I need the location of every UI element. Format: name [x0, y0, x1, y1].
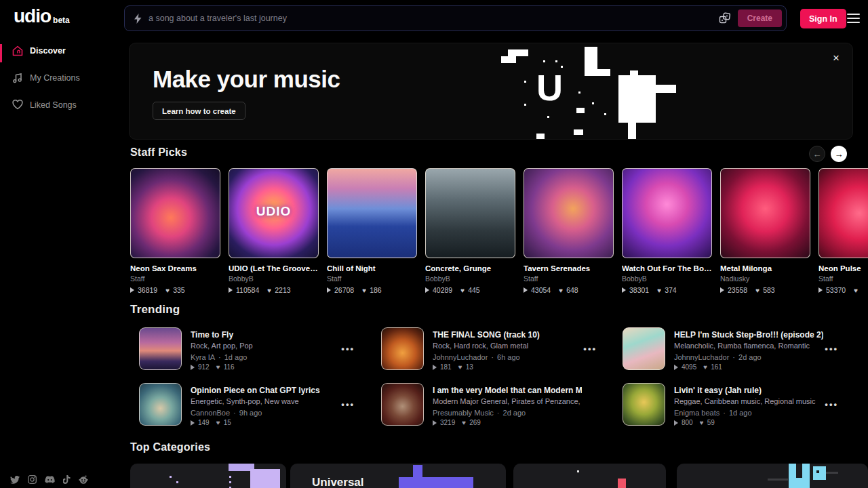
- staff-pick-card[interactable]: Concrete, Grunge BobbyB 40289445: [425, 168, 515, 294]
- song-author[interactable]: JohnnyLuchador: [674, 353, 729, 361]
- twitter-icon[interactable]: [10, 476, 20, 484]
- staff-pick-card[interactable]: Metal Milonga Nadiusky 23558583: [720, 168, 810, 294]
- search-input[interactable]: [149, 14, 716, 23]
- like-count: 335: [173, 286, 185, 294]
- social-links: [10, 475, 88, 484]
- play-icon: [674, 420, 678, 426]
- heart-icon: [559, 286, 563, 294]
- sidebar-item-discover[interactable]: Discover: [12, 45, 66, 56]
- play-count: 800: [682, 419, 693, 426]
- dice-icon: [719, 12, 731, 24]
- play-icon: [818, 287, 823, 293]
- song-age: 6h ago: [497, 353, 520, 361]
- play-icon: [229, 287, 233, 293]
- play-count: 53370: [826, 286, 846, 294]
- trending-heading: Trending: [130, 303, 180, 317]
- sidebar-item-my-creations[interactable]: My Creations: [12, 73, 80, 83]
- hamburger-menu-icon[interactable]: [847, 14, 860, 23]
- song-thumbnail: [139, 383, 182, 426]
- sidebar-label-my-creations: My Creations: [30, 73, 80, 83]
- play-count: 149: [198, 419, 210, 426]
- song-thumbnail: [381, 383, 424, 426]
- song-thumbnail: [381, 327, 424, 370]
- home-icon: [12, 45, 23, 56]
- song-artist: BobbyB: [229, 274, 319, 283]
- album-art: [524, 168, 614, 258]
- sign-in-button[interactable]: Sign In: [800, 9, 846, 28]
- play-icon: [191, 420, 195, 426]
- trending-item[interactable]: Livin' it easy (Jah rule) Reggae, Caribb…: [623, 383, 850, 428]
- play-icon: [191, 365, 195, 370]
- separator: [215, 353, 224, 361]
- carousel-next-button[interactable]: [831, 146, 847, 162]
- song-title: Tavern Serenades: [524, 264, 614, 272]
- more-options-icon[interactable]: [825, 399, 838, 409]
- like-count: 13: [466, 363, 473, 371]
- trending-item[interactable]: Time to Fly Rock, Art pop, Pop Kyra IA1d…: [139, 327, 367, 372]
- song-author[interactable]: JohnnyLuchador: [433, 353, 488, 361]
- trending-item[interactable]: Opinion Piece on Chat GPT lyrics Energet…: [139, 383, 367, 428]
- learn-how-to-create-button[interactable]: Learn how to create: [153, 102, 245, 120]
- random-prompt-button[interactable]: [716, 9, 734, 27]
- trending-item[interactable]: THE FINAL SONG (track 10) Rock, Hard roc…: [381, 327, 609, 372]
- trending-item[interactable]: I am the very Model that can Modern Musi…: [381, 383, 609, 428]
- close-banner-icon[interactable]: [830, 52, 842, 64]
- song-title: Watch Out For The Boogieman, ...: [622, 264, 712, 272]
- staff-pick-card[interactable]: Neon Sax Dreams Staff 36819335: [130, 168, 220, 294]
- heart-icon: [267, 286, 271, 294]
- prompt-search-box[interactable]: Create: [124, 5, 787, 31]
- staff-pick-card[interactable]: Tavern Serenades Staff 43054648: [524, 168, 614, 294]
- album-art: [425, 168, 515, 258]
- udio-logo[interactable]: udio beta: [14, 7, 70, 26]
- heart-icon: [216, 363, 220, 371]
- like-count: 583: [763, 286, 775, 294]
- tiktok-icon[interactable]: [63, 475, 71, 484]
- staff-pick-card[interactable]: Neon Pulse Staff 53370: [818, 168, 868, 294]
- song-author[interactable]: CannonBoe: [191, 409, 230, 417]
- separator: [729, 353, 738, 361]
- song-age: 1d ago: [729, 409, 752, 417]
- more-options-icon[interactable]: [341, 399, 355, 409]
- music-notes-icon: [12, 73, 23, 83]
- play-count: 23558: [728, 286, 747, 294]
- trending-item[interactable]: HELP I'm Stuck Step-Bro!!! (episode 2) M…: [623, 327, 850, 372]
- sidebar-label-discover: Discover: [30, 46, 66, 56]
- album-art: [327, 168, 417, 258]
- sidebar-item-liked-songs[interactable]: Liked Songs: [12, 100, 77, 110]
- staff-pick-card[interactable]: UDIO UDIO (Let The Groove Be Your ... Bo…: [229, 168, 319, 294]
- carousel-prev-button[interactable]: [809, 146, 825, 162]
- separator: [719, 409, 729, 417]
- top-bar: udio beta Create Sign In: [0, 0, 868, 37]
- more-options-icon[interactable]: [825, 344, 838, 354]
- instagram-icon[interactable]: [28, 475, 37, 484]
- song-title: I am the very Model that can Modern Musi…: [433, 386, 582, 395]
- staff-pick-card[interactable]: Chill of Night Staff 26708186: [327, 168, 417, 294]
- song-author[interactable]: Enigma beats: [674, 409, 719, 417]
- category-card[interactable]: [130, 464, 286, 488]
- category-card[interactable]: [677, 464, 868, 488]
- song-artist: Staff: [327, 274, 417, 283]
- discord-icon[interactable]: [45, 476, 55, 484]
- hero-logo-glyph: U: [536, 69, 563, 106]
- song-age: 2d ago: [738, 353, 762, 361]
- more-options-icon[interactable]: [341, 344, 355, 354]
- song-title: HELP I'm Stuck Step-Bro!!! (episode 2): [674, 330, 823, 340]
- heart-icon: [854, 286, 858, 294]
- heart-outline-icon: [12, 100, 23, 110]
- song-artist: Staff: [818, 274, 868, 283]
- song-genres: Energetic, Synth-pop, New wave: [191, 397, 340, 405]
- create-button[interactable]: Create: [738, 9, 782, 27]
- like-count: 648: [566, 286, 578, 294]
- staff-pick-card[interactable]: Watch Out For The Boogieman, ... BobbyB …: [622, 168, 712, 294]
- heart-icon: [458, 363, 462, 371]
- album-art: [622, 168, 712, 258]
- song-title: UDIO (Let The Groove Be Your ...: [229, 264, 319, 272]
- song-author[interactable]: Presumably Music: [433, 409, 494, 417]
- play-icon: [720, 287, 724, 293]
- category-card[interactable]: [513, 464, 666, 488]
- more-options-icon[interactable]: [583, 344, 597, 354]
- song-author[interactable]: Kyra IA: [191, 353, 215, 361]
- category-card[interactable]: Universal: [290, 464, 506, 488]
- reddit-icon[interactable]: [79, 475, 88, 484]
- song-genres: Reggae, Caribbean music, Regional music: [674, 397, 823, 405]
